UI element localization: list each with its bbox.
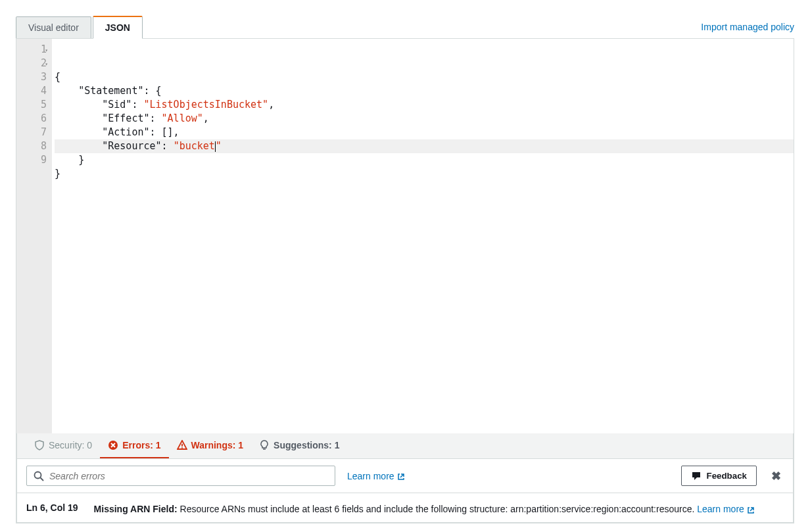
search-errors-input[interactable] [49,471,328,481]
svg-point-2 [181,447,183,448]
code-line[interactable]: { [55,70,794,84]
gutter-line: 1▾ [19,43,47,57]
error-learn-more-label: Learn more [697,504,744,514]
error-title: Missing ARN Field: [94,504,178,514]
tab-json[interactable]: JSON [93,16,143,39]
close-panel-button[interactable]: ✖ [769,466,784,486]
gutter-line: 4 [19,84,47,98]
svg-point-3 [35,472,41,479]
editor-code[interactable]: { "Statement": { "Sid": "ListObjectsInBu… [52,39,794,433]
feedback-label: Feedback [707,471,748,481]
code-line[interactable]: } [55,167,794,181]
fold-caret-icon[interactable]: ▾ [45,57,48,71]
external-link-icon [397,471,405,481]
learn-more-link[interactable]: Learn more [347,471,405,481]
search-errors-box[interactable] [26,466,335,486]
search-row: Learn more Feedback ✖ [16,459,794,493]
json-editor[interactable]: 1▾2▾3456789 { "Statement": { "Sid": "Lis… [16,39,794,433]
gutter-line: 8 [19,139,47,153]
status-tab-warnings[interactable]: Warnings: 1 [169,433,252,458]
status-tab-security-label: Security: 0 [49,440,92,450]
code-line[interactable]: "Sid": "ListObjectsInBucket", [55,98,794,112]
chat-bubble-icon [691,470,702,481]
status-tab-errors[interactable]: Errors: 1 [100,433,168,458]
lightbulb-icon [259,440,270,450]
code-line[interactable]: "Resource": "bucket" [55,139,794,153]
error-location: Ln 6, Col 19 [26,501,78,513]
code-line[interactable]: "Action": [], [55,126,794,139]
feedback-button[interactable]: Feedback [681,466,757,485]
status-tabs: Security: 0 Errors: 1 Warnings: 1 Sugges… [16,433,794,459]
warning-triangle-icon [177,440,187,450]
status-tab-warnings-label: Warnings: 1 [191,440,244,450]
code-line[interactable]: "Statement": { [55,84,794,98]
status-tab-suggestions-label: Suggestions: 1 [274,440,339,450]
code-line[interactable]: "Effect": "Allow", [55,112,794,126]
code-line[interactable]: } [55,153,794,167]
learn-more-label: Learn more [347,471,394,481]
gutter-line: 7 [19,126,47,139]
status-tab-errors-label: Errors: 1 [122,440,160,450]
gutter-line: 2▾ [19,57,47,70]
gutter-line: 5 [19,98,47,112]
code-line[interactable] [55,181,794,195]
status-tab-security[interactable]: Security: 0 [26,433,100,458]
svg-line-4 [41,478,44,481]
import-managed-policy-link[interactable]: Import managed policy [701,16,794,37]
gutter-line: 3 [19,70,47,84]
search-icon [34,470,44,481]
error-circle-icon [108,440,118,450]
editor-gutter: 1▾2▾3456789 [16,39,52,433]
external-link-icon [747,504,755,514]
status-tab-suggestions[interactable]: Suggestions: 1 [251,433,347,458]
editor-tabs: Visual editor JSON Import managed policy [16,16,794,39]
error-learn-more-link[interactable]: Learn more [697,504,755,514]
error-detail-row: Ln 6, Col 19 Missing ARN Field: Resource… [16,493,794,523]
fold-caret-icon[interactable]: ▾ [45,43,48,57]
tab-visual-editor[interactable]: Visual editor [16,16,91,38]
shield-icon [34,440,45,450]
gutter-line: 9 [19,153,47,167]
resize-handle-icon[interactable] [784,423,793,433]
gutter-line: 6 [19,112,47,126]
error-message: Resource ARNs must include at least 6 fi… [178,504,695,514]
